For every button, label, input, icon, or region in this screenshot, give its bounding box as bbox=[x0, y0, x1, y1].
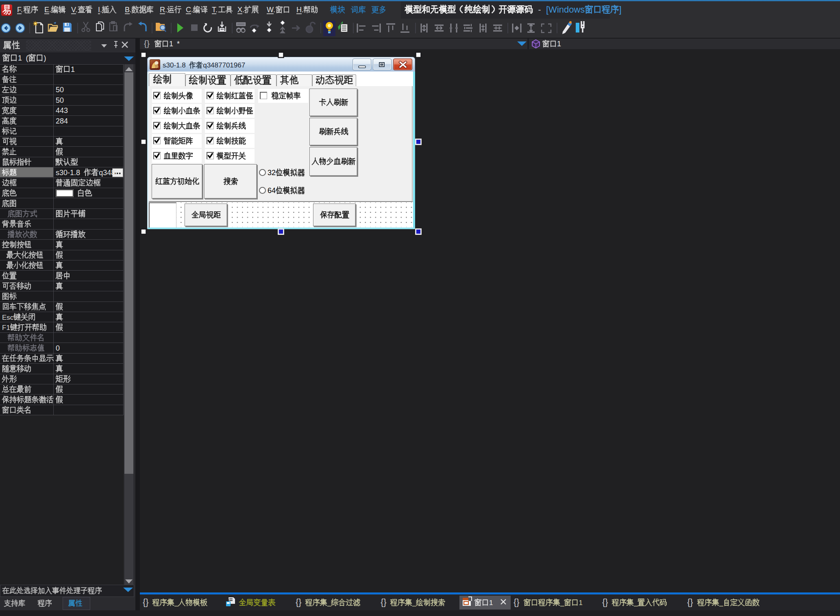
svg-text:s30-1.8: s30-1.8 bbox=[163, 61, 186, 69]
svg-text:{}: {} bbox=[687, 597, 693, 607]
svg-text:{}: {} bbox=[296, 597, 302, 607]
svg-text:C.: C. bbox=[186, 6, 193, 14]
svg-text:(: ( bbox=[26, 54, 28, 62]
svg-text:1: 1 bbox=[557, 40, 561, 48]
svg-text:]: ] bbox=[619, 4, 621, 15]
svg-text:_: _ bbox=[560, 599, 564, 607]
svg-text:284: 284 bbox=[56, 117, 68, 125]
svg-text:I.: I. bbox=[98, 6, 102, 14]
svg-text:_: _ bbox=[327, 599, 331, 607]
svg-text:64: 64 bbox=[268, 187, 276, 195]
svg-text:1: 1 bbox=[169, 40, 173, 48]
svg-text:_: _ bbox=[174, 599, 178, 607]
svg-text:F1: F1 bbox=[2, 324, 10, 332]
svg-text:R.: R. bbox=[160, 6, 167, 14]
svg-text:1: 1 bbox=[579, 599, 583, 607]
svg-text:443: 443 bbox=[56, 106, 68, 115]
svg-text:B.: B. bbox=[125, 6, 132, 14]
svg-text:X.: X. bbox=[237, 6, 244, 14]
svg-text:q3487701967: q3487701967 bbox=[203, 61, 245, 69]
svg-text:T.: T. bbox=[212, 6, 218, 14]
svg-text:Esc: Esc bbox=[2, 314, 14, 321]
svg-text:W.: W. bbox=[267, 6, 275, 14]
svg-text:*: * bbox=[177, 40, 180, 48]
svg-text:): ) bbox=[44, 54, 46, 62]
svg-text:50: 50 bbox=[56, 96, 64, 104]
svg-text:1: 1 bbox=[18, 54, 22, 62]
svg-text:E.: E. bbox=[44, 6, 51, 14]
svg-text:_: _ bbox=[633, 599, 638, 607]
svg-text:{}: {} bbox=[144, 39, 150, 48]
svg-text:{}: {} bbox=[514, 597, 520, 607]
svg-text:q348: q348 bbox=[99, 169, 115, 177]
svg-text:1: 1 bbox=[489, 599, 493, 607]
svg-text:-: - bbox=[538, 5, 541, 14]
svg-text:[Windows: [Windows bbox=[546, 4, 585, 15]
svg-text:F.: F. bbox=[17, 6, 23, 14]
svg-text:{}: {} bbox=[602, 597, 608, 607]
svg-text:_: _ bbox=[719, 599, 723, 607]
svg-text:32: 32 bbox=[268, 169, 276, 177]
svg-text:{}: {} bbox=[381, 597, 387, 607]
svg-text:H.: H. bbox=[296, 6, 304, 14]
svg-text:0: 0 bbox=[56, 344, 60, 352]
svg-text:V.: V. bbox=[71, 6, 77, 14]
svg-text:_: _ bbox=[412, 599, 416, 607]
svg-text:s30-1.8: s30-1.8 bbox=[56, 169, 80, 177]
svg-text:1: 1 bbox=[71, 65, 75, 74]
svg-text:50: 50 bbox=[56, 86, 64, 94]
svg-text:{}: {} bbox=[143, 597, 149, 607]
